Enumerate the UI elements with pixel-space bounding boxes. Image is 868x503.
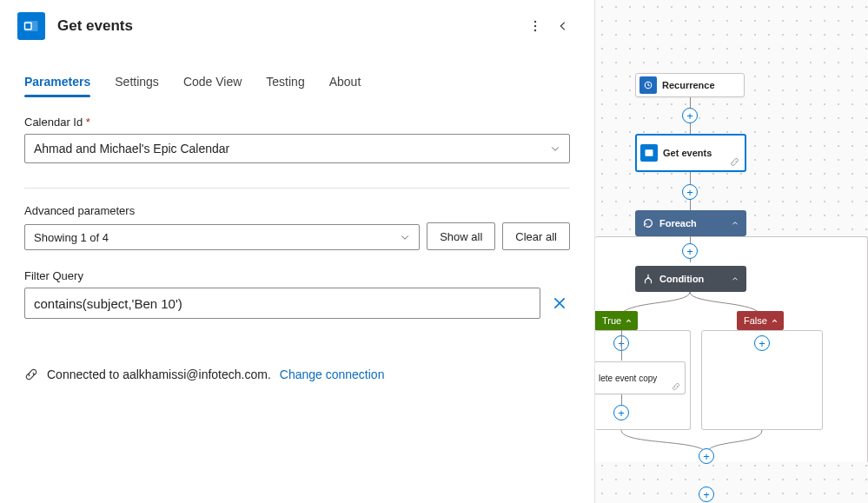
show-all-button[interactable]: Show all (427, 222, 495, 250)
panel-header: Get events (0, 0, 594, 52)
svg-rect-2 (25, 23, 30, 29)
tab-testing[interactable]: Testing (266, 69, 304, 97)
panel-body: Calendar Id * Ahmad and Michael's Epic C… (0, 98, 594, 399)
flow-canvas[interactable]: Recurrence + Get events + Foreach + Cond… (595, 0, 868, 503)
chevron-up-icon[interactable] (731, 219, 739, 228)
filter-query-input[interactable] (24, 288, 540, 319)
branch-true-badge[interactable]: True (595, 311, 638, 330)
node-label: Recurrence (662, 80, 715, 90)
tab-parameters[interactable]: Parameters (24, 69, 90, 97)
node-condition[interactable]: Condition (635, 266, 746, 292)
node-get-events[interactable]: Get events (635, 134, 746, 172)
action-config-panel: Get events Parameters Settings Code View… (0, 0, 595, 503)
link-icon (730, 157, 739, 167)
add-step-button[interactable]: + (613, 405, 629, 420)
chevron-up-icon (771, 317, 779, 325)
chevron-up-icon (625, 317, 633, 325)
add-step-button[interactable]: + (699, 486, 714, 502)
advanced-params-select-wrap: Showing 1 of 4 (24, 224, 420, 250)
calendar-id-value: Ahmad and Michael's Epic Calendar (34, 142, 229, 156)
svg-rect-7 (646, 149, 653, 156)
tab-code-view[interactable]: Code View (183, 69, 242, 97)
node-label: lete event copy (595, 374, 657, 383)
badge-label: True (602, 315, 621, 326)
node-label: Foreach (659, 218, 697, 228)
required-marker: * (86, 116, 90, 129)
merge-connector (595, 430, 838, 456)
advanced-params-row: Showing 1 of 4 Show all Clear all (24, 222, 570, 250)
add-step-button[interactable]: + (682, 184, 698, 200)
svg-point-3 (534, 21, 536, 23)
change-connection-link[interactable]: Change connection (280, 367, 385, 381)
node-recurrence[interactable]: Recurrence (635, 73, 745, 97)
advanced-params-value: Showing 1 of 4 (34, 231, 109, 244)
chevron-down-icon (400, 232, 410, 242)
clear-all-button[interactable]: Clear all (502, 222, 570, 250)
link-icon (672, 382, 680, 391)
calendar-id-label: Calendar Id * (24, 116, 570, 129)
filter-query-label: Filter Query (24, 269, 570, 282)
node-label: Condition (659, 274, 704, 284)
filter-query-row (24, 288, 570, 319)
calendar-id-select[interactable]: Ahmad and Michael's Epic Calendar (24, 134, 570, 163)
recurrence-icon (639, 76, 657, 94)
condition-icon (642, 273, 654, 285)
loop-icon (642, 217, 654, 229)
clear-filter-button[interactable] (549, 293, 570, 314)
svg-point-5 (534, 30, 536, 31)
connection-text: Connected to aalkhamissi@infotech.com. (47, 367, 271, 381)
add-step-button[interactable]: + (699, 448, 714, 464)
tab-bar: Parameters Settings Code View Testing Ab… (0, 69, 594, 98)
node-foreach[interactable]: Foreach (635, 210, 746, 236)
divider (24, 188, 570, 189)
node-label: Get events (663, 148, 712, 158)
flow-edge (621, 330, 622, 361)
collapse-panel-button[interactable] (549, 12, 577, 40)
add-step-button[interactable]: + (682, 108, 698, 123)
chevron-down-icon (550, 143, 560, 154)
connection-row: Connected to aalkhamissi@infotech.com. C… (24, 367, 570, 381)
outlook-icon (17, 12, 45, 40)
panel-title: Get events (57, 17, 521, 35)
label-text: Calendar Id (24, 116, 83, 129)
svg-point-4 (534, 25, 536, 27)
tab-about[interactable]: About (329, 69, 361, 97)
add-step-button[interactable]: + (682, 243, 698, 259)
advanced-params-label: Advanced parameters (24, 204, 570, 217)
tab-settings[interactable]: Settings (115, 69, 159, 97)
outlook-icon (640, 144, 658, 162)
more-options-button[interactable] (521, 12, 549, 40)
add-step-button[interactable]: + (754, 335, 770, 351)
badge-label: False (744, 315, 767, 326)
advanced-params-select[interactable]: Showing 1 of 4 (24, 224, 420, 250)
node-delete-event-copy[interactable]: lete event copy (595, 361, 686, 394)
link-icon (24, 367, 38, 381)
chevron-up-icon[interactable] (731, 275, 739, 283)
branch-false-badge[interactable]: False (737, 311, 784, 330)
